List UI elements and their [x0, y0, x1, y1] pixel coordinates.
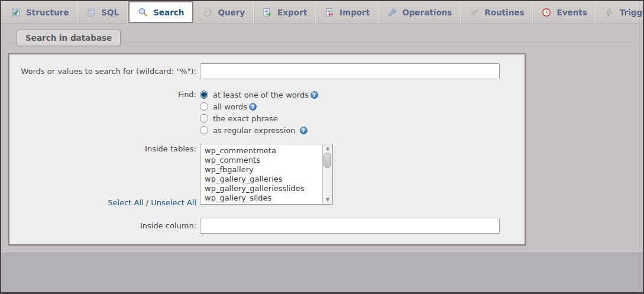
tab-bar: StructureSQLSearchQueryExportImportOpera…: [1, 1, 643, 24]
table-option[interactable]: wp_gallery_galleriesslides: [205, 184, 332, 193]
help-icon[interactable]: ?: [249, 103, 257, 111]
find-option[interactable]: the exact phrase: [200, 112, 318, 124]
inside-column-input[interactable]: [200, 218, 500, 234]
footer-band: [1, 251, 643, 292]
tab-label: Structure: [26, 8, 69, 17]
inside-column-row: Inside column:: [9, 218, 525, 234]
table-option[interactable]: wp_fbgallery: [205, 165, 332, 175]
search-words-row: Words or values to search for (wildcard:…: [9, 63, 525, 79]
routines-icon: [469, 7, 479, 17]
tab-events[interactable]: Events: [533, 1, 596, 23]
tab-label: Operations: [402, 8, 452, 17]
tables-list: wp_commentmetawp_commentswp_fbgallerywp_…: [200, 144, 332, 203]
tab-label: Triggers: [620, 8, 643, 17]
tab-structure[interactable]: Structure: [1, 1, 77, 23]
tab-label: Query: [218, 8, 245, 17]
help-icon[interactable]: ?: [310, 91, 318, 99]
tab-label: Import: [339, 8, 370, 17]
structure-icon: [11, 7, 21, 17]
table-option[interactable]: wp_gallery_galleries: [205, 175, 332, 184]
find-radio[interactable]: [200, 114, 208, 122]
events-icon: [541, 7, 551, 17]
listbox-scrollbar[interactable]: ▲ ▼: [322, 144, 332, 204]
search-words-input[interactable]: [200, 63, 500, 79]
content-area: Search in database Words or values to se…: [1, 24, 643, 269]
tab-label: Search: [153, 8, 184, 17]
tab-label: Export: [277, 8, 307, 17]
select-all-link[interactable]: Select All: [108, 198, 143, 207]
inside-tables-label: Inside tables:: [145, 144, 196, 154]
find-radio[interactable]: [200, 126, 208, 134]
find-options: at least one of the words?all words?the …: [200, 89, 318, 136]
tab-import[interactable]: Import: [316, 1, 378, 23]
find-option-label: as regular expression: [213, 126, 296, 135]
tab-label: Events: [556, 8, 587, 17]
help-icon[interactable]: ?: [300, 127, 308, 134]
find-row: Find: at least one of the words?all word…: [9, 89, 525, 136]
search-icon: [138, 7, 148, 17]
search-form: Words or values to search for (wildcard:…: [8, 53, 526, 245]
find-label: Find:: [9, 89, 196, 136]
inside-column-label: Inside column:: [9, 218, 196, 234]
sql-icon: [86, 7, 96, 17]
page-title: Search in database: [17, 30, 121, 46]
table-option[interactable]: wp_gallery_slides: [205, 193, 332, 203]
find-radio[interactable]: [200, 91, 208, 99]
import-icon: [324, 7, 334, 17]
find-option-label: the exact phrase: [213, 114, 278, 123]
triggers-icon: [604, 7, 614, 17]
find-option-label: all words: [213, 102, 247, 111]
find-option[interactable]: at least one of the words?: [200, 89, 318, 101]
window: StructureSQLSearchQueryExportImportOpera…: [1, 1, 643, 292]
tab-operations[interactable]: Operations: [378, 1, 461, 23]
find-radio[interactable]: [200, 102, 208, 111]
tab-export[interactable]: Export: [254, 1, 316, 23]
table-option[interactable]: wp_comments: [205, 156, 332, 165]
find-option[interactable]: all words?: [200, 101, 318, 112]
scroll-up-icon[interactable]: ▲: [323, 144, 332, 153]
query-icon: [202, 7, 212, 17]
tab-sql[interactable]: SQL: [77, 1, 128, 23]
operations-icon: [387, 7, 397, 17]
tab-routines[interactable]: Routines: [461, 1, 533, 23]
find-option[interactable]: as regular expression?: [200, 124, 318, 136]
scrollbar-thumb[interactable]: [323, 153, 331, 168]
tab-query[interactable]: Query: [194, 1, 254, 23]
tables-listbox[interactable]: wp_commentmetawp_commentswp_fbgallerywp_…: [200, 144, 333, 205]
links-separator: /: [146, 198, 148, 207]
tab-search[interactable]: Search: [128, 1, 193, 23]
search-words-label: Words or values to search for (wildcard:…: [9, 63, 196, 79]
inside-tables-row: Inside tables: Select All / Unselect All…: [9, 144, 525, 205]
tab-label: Routines: [484, 8, 524, 17]
unselect-all-link[interactable]: Unselect All: [151, 198, 196, 207]
find-option-label: at least one of the words: [213, 91, 309, 99]
tab-triggers[interactable]: Triggers: [596, 1, 643, 23]
tab-label: SQL: [101, 8, 119, 17]
export-icon: [262, 7, 272, 17]
table-option[interactable]: wp_commentmeta: [205, 146, 332, 156]
scroll-down-icon[interactable]: ▼: [323, 196, 332, 204]
